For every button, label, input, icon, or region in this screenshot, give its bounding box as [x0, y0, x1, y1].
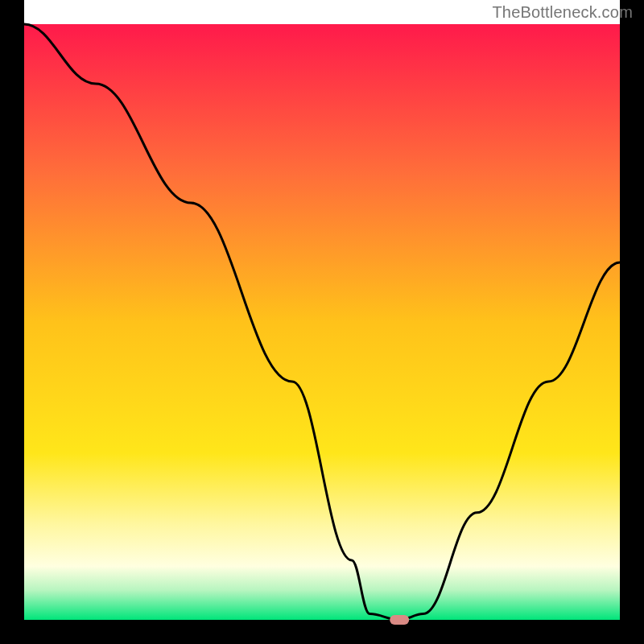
frame-right — [620, 0, 644, 644]
frame-left — [0, 0, 24, 644]
frame-bottom — [0, 620, 644, 644]
chart-container: TheBottleneck.com — [0, 0, 644, 644]
plot-area — [24, 24, 620, 620]
bottleneck-chart — [0, 0, 644, 644]
minimum-marker — [390, 615, 409, 625]
attribution-label: TheBottleneck.com — [492, 3, 633, 22]
